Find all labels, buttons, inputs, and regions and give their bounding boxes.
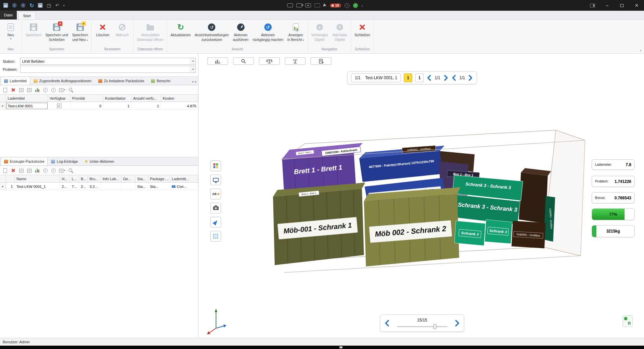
tab-scroll-left-icon[interactable]: ◂ bbox=[192, 80, 194, 83]
new-row-button[interactable] bbox=[3, 87, 7, 93]
column-header[interactable]: Lademittel bbox=[6, 95, 48, 102]
checkbox-checked[interactable]: ✓ bbox=[57, 104, 61, 108]
column-header[interactable]: Bru... bbox=[88, 175, 101, 182]
info-button[interactable]: i bbox=[51, 87, 56, 93]
cell-package[interactable]: Sta... bbox=[148, 183, 170, 190]
cell-anzahl[interactable]: 1 bbox=[131, 102, 161, 109]
video-icon[interactable] bbox=[296, 3, 302, 7]
info-button[interactable]: i bbox=[51, 168, 56, 173]
cell-lademittel[interactable]: Test-LKW 0001 bbox=[6, 102, 48, 109]
cell-brutto[interactable]: 3.2... bbox=[88, 183, 101, 190]
cell-verfuegbar[interactable]: ✓ bbox=[48, 102, 70, 109]
save-icon[interactable] bbox=[3, 3, 8, 8]
column-header[interactable]: Name bbox=[15, 175, 60, 182]
neu-button[interactable]: Neu ▾ bbox=[1, 21, 20, 41]
chevron-right-icon[interactable] bbox=[454, 320, 460, 327]
cell-prioritaet[interactable]: 0 bbox=[70, 102, 103, 109]
speichern-button[interactable]: Speichern bbox=[24, 21, 43, 38]
cell-h[interactable]: 2... bbox=[60, 183, 70, 190]
cell-b[interactable]: 2... bbox=[79, 183, 88, 190]
tab-packstuecke[interactable]: Zu beladene Packstücke bbox=[95, 77, 148, 85]
grid1-row[interactable]: ▸ Test-LKW 0001 ✓ 0 1 1 4.875 bbox=[0, 102, 198, 110]
aktualisieren-button[interactable]: ↻ Aktualisieren bbox=[169, 21, 192, 38]
speichern-und-neu-button[interactable]: + Speichern und Neu ▾ bbox=[70, 21, 90, 42]
search-button[interactable] bbox=[69, 168, 73, 173]
color-settings-button[interactable] bbox=[210, 160, 221, 171]
aktionen-rueckgaengig-button[interactable]: ↺ Aktionen rückgängig machen bbox=[251, 21, 285, 42]
cell-kosten[interactable]: 4.875 bbox=[161, 102, 198, 109]
selection-button[interactable] bbox=[210, 231, 221, 242]
save-all-icon[interactable] bbox=[38, 3, 43, 8]
tab-datei[interactable]: Datei bbox=[0, 10, 17, 19]
dock-panel-button[interactable] bbox=[585, 0, 600, 11]
column-header[interactable]: H... bbox=[60, 175, 70, 182]
column-header[interactable]: L... bbox=[70, 175, 79, 182]
column-header[interactable]: Priorität bbox=[70, 95, 103, 102]
abbruch-button[interactable]: Abbruch bbox=[113, 21, 131, 38]
delete-row-button[interactable] bbox=[11, 87, 15, 93]
step-slider[interactable] bbox=[397, 324, 447, 329]
screenshot-button[interactable] bbox=[210, 203, 221, 213]
cell-kostenfaktor[interactable]: 1 bbox=[103, 102, 131, 109]
grid-settings-button[interactable]: ▾ bbox=[59, 87, 65, 93]
close-button[interactable]: × bbox=[629, 0, 644, 11]
search-button[interactable] bbox=[69, 87, 73, 93]
record-screen-icon[interactable] bbox=[305, 3, 311, 7]
tab-lademittel[interactable]: Lademittel bbox=[1, 77, 30, 85]
cell-l[interactable]: 7... bbox=[70, 183, 79, 190]
chart-button[interactable] bbox=[35, 168, 40, 173]
chevron-left-icon[interactable]: ‹ bbox=[361, 3, 363, 8]
info-icon[interactable]: i bbox=[21, 3, 25, 8]
chevron-down-icon[interactable]: ▾ bbox=[190, 58, 196, 64]
collapse-ribbon-icon[interactable]: ▴ bbox=[640, 49, 641, 52]
truck-load-scene[interactable]: Brett 1 - Brett 1 Brett 1 - Brett 1 4677… bbox=[204, 54, 644, 338]
cancel-circle-icon[interactable]: × bbox=[344, 3, 350, 8]
slider-track[interactable] bbox=[397, 326, 447, 327]
column-header[interactable]: Lademitt... bbox=[170, 175, 198, 182]
tab-unter-aktionen[interactable]: ⚙ Unter-Aktionen bbox=[81, 157, 117, 165]
box-grossbox-front[interactable]: GrB0001 - Großbox bbox=[512, 221, 546, 248]
tab-log-eintraege[interactable]: Log-Einträge bbox=[48, 157, 81, 165]
box-schrank3-small-1[interactable]: Schrank 3 bbox=[454, 221, 485, 246]
column-chooser-button[interactable] bbox=[19, 168, 23, 173]
station-combobox[interactable]: LKW Befüllen ▾ bbox=[20, 58, 196, 65]
cell-ge[interactable] bbox=[121, 183, 136, 190]
box-moeb001[interactable]: Möb-001 - Schrank 1 bbox=[273, 183, 365, 265]
tab-berechnung[interactable]: Berechn bbox=[148, 77, 172, 85]
info-button[interactable]: i bbox=[43, 87, 48, 93]
delete-row-button[interactable] bbox=[11, 168, 15, 173]
new-row-button[interactable] bbox=[3, 168, 7, 173]
slider-thumb[interactable] bbox=[433, 324, 436, 329]
column-header[interactable]: Anzahl verfü... bbox=[131, 95, 161, 102]
schliessen-button[interactable]: Schließen bbox=[353, 21, 372, 38]
refresh-icon[interactable]: ↻ bbox=[30, 2, 34, 9]
info-icon[interactable]: i bbox=[12, 3, 17, 8]
maximize-button[interactable] bbox=[614, 0, 629, 11]
chevron-down-icon[interactable]: ▾ bbox=[63, 4, 64, 7]
cell-name[interactable]: Test-LKW 0001_1 bbox=[15, 183, 60, 190]
speichern-und-schliessen-button[interactable]: × Speichern und Schließen bbox=[44, 21, 70, 42]
tab-scroll-right-icon[interactable]: ▸ bbox=[195, 80, 197, 83]
verknuepften-datensatz-button[interactable]: Verknüpften Datensatz öffnen bbox=[135, 21, 165, 42]
column-header[interactable]: Verfügbar bbox=[48, 95, 70, 102]
column-header[interactable]: B... bbox=[79, 175, 88, 182]
ansichtseinstellungen-button[interactable]: ↺ Ansichtseinstellungen zurücksetzen bbox=[193, 21, 231, 42]
minimize-button[interactable]: − bbox=[600, 0, 614, 11]
undo-icon[interactable]: ↶ bbox=[55, 3, 59, 8]
export-button[interactable] bbox=[27, 87, 32, 93]
column-header[interactable]: Info Lab... bbox=[101, 175, 121, 182]
problem-combobox[interactable]: ▾ bbox=[20, 66, 196, 73]
navigate-button[interactable] bbox=[210, 217, 221, 228]
chevron-down-icon[interactable]: ▾ bbox=[190, 66, 196, 72]
chart-button[interactable] bbox=[35, 87, 40, 93]
grid-settings-button[interactable]: ▾ bbox=[59, 168, 65, 173]
column-header[interactable]: Kosten bbox=[161, 95, 198, 102]
column-chooser-button[interactable] bbox=[19, 87, 23, 93]
box-schrank3-small-2[interactable]: Schrank 3 bbox=[485, 219, 512, 244]
column-header[interactable]: Sta... bbox=[136, 175, 148, 182]
layers-icon[interactable]: ◳ bbox=[47, 3, 51, 8]
column-header[interactable]: Kostenfaktor bbox=[103, 95, 131, 102]
vorheriges-objekt-button[interactable]: ▲ Vorheriges Objekt bbox=[310, 21, 330, 42]
tab-erzeugte-packstuecke[interactable]: Erzeugte Packstücke bbox=[1, 157, 48, 165]
box-moeb002[interactable]: Möb 002 - Schrank 2 bbox=[364, 187, 461, 266]
